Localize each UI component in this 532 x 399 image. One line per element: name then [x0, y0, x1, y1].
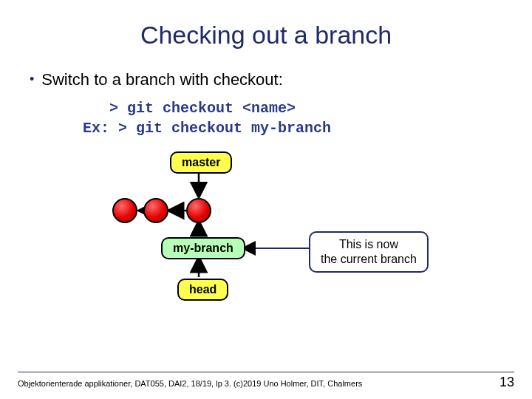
callout-line-2: the current branch — [321, 252, 417, 267]
callout-line-1: This is now — [321, 237, 417, 252]
bullet-item: • Switch to a branch with checkout: — [30, 70, 502, 89]
page-number: 13 — [499, 375, 514, 390]
my-branch-tag: my-branch — [161, 237, 245, 259]
footer-text: Objektorienterade applikationer, DAT055,… — [18, 379, 362, 388]
code-line-1: > git checkout <name> — [83, 100, 296, 117]
master-tag: master — [170, 151, 232, 174]
bullet-dot-icon: • — [30, 72, 34, 86]
slide-title: Checking out a branch — [0, 21, 532, 50]
head-tag: head — [177, 279, 228, 301]
diagram-arrows-svg — [59, 151, 473, 307]
code-block: > git checkout <name> Ex: > git checkout… — [83, 98, 502, 138]
git-diagram: master my-branch head This is now the cu… — [59, 151, 473, 307]
commit-node-3 — [186, 198, 211, 223]
bullet-text: Switch to a branch with checkout: — [41, 70, 283, 89]
slide-footer: Objektorienterade applikationer, DAT055,… — [18, 375, 514, 390]
footer-divider — [18, 372, 514, 372]
code-line-2: Ex: > git checkout my-branch — [83, 120, 331, 137]
commit-node-2 — [143, 198, 168, 223]
current-branch-callout: This is now the current branch — [309, 231, 429, 273]
commit-node-1 — [112, 198, 137, 223]
